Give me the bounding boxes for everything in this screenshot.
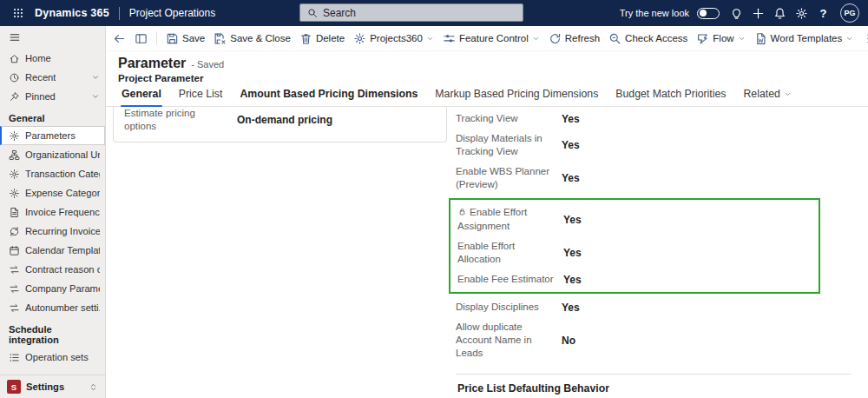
- field-value[interactable]: No: [562, 335, 575, 347]
- flow-button[interactable]: Flow: [693, 30, 748, 48]
- calendar-icon: [9, 245, 20, 256]
- field-value[interactable]: On-demand pricing: [237, 114, 332, 126]
- sidebar-item-autonumber-setti[interactable]: Autonumber setti...: [0, 298, 105, 317]
- field-enable-effort-allocation[interactable]: Enable Effort AllocationYes: [457, 236, 812, 269]
- field-allow-duplicate-account-name-in-leads[interactable]: Allow duplicate Account Name in LeadsNo: [456, 317, 857, 363]
- word-icon: [754, 32, 767, 45]
- field-enable-fee-estimator[interactable]: Enable Fee EstimatorYes: [457, 269, 812, 289]
- topbar-right: Try the new look ? PG: [620, 3, 859, 23]
- lightbulb-icon[interactable]: [727, 3, 746, 23]
- sidebar-item-contract-reason-c[interactable]: Contract reason c...: [0, 260, 105, 279]
- more-commands-button[interactable]: [858, 30, 868, 48]
- save-button[interactable]: Save: [162, 30, 208, 48]
- gear-icon: [9, 169, 20, 180]
- avatar[interactable]: PG: [840, 3, 859, 23]
- app-window: Dynamics 365 Project Operations Search T…: [0, 0, 868, 398]
- tab-amount-based-pricing-dimensions[interactable]: Amount Based Pricing Dimensions: [231, 88, 426, 106]
- gear-icon: [9, 130, 20, 142]
- sidebar-item-calendar-templates[interactable]: Calendar Templates: [0, 241, 105, 260]
- next-section-title: Price List Defaulting Behavior: [456, 375, 857, 395]
- field-enable-effort-assignment[interactable]: Enable Effort AssignmentYes: [457, 202, 812, 236]
- field-estimate-pricing-options[interactable]: Estimate pricing optionsOn-demand pricin…: [124, 107, 436, 138]
- field-display-materials-in-tracking-view[interactable]: Display Materials in Tracking ViewYes: [456, 129, 857, 162]
- divider: [119, 7, 120, 20]
- back-arrow-icon: [113, 32, 126, 45]
- chevron-down-icon: [845, 35, 853, 43]
- recurring-icon: [9, 226, 20, 237]
- sidebar-item-operation-sets[interactable]: Operation sets: [0, 348, 105, 367]
- sidebar-item-company-paramet[interactable]: Company Paramet...: [0, 279, 105, 298]
- field-label: Enable WBS Planner (Preview): [456, 165, 556, 191]
- projects360-button[interactable]: Projects360: [350, 30, 437, 48]
- tab-price-list[interactable]: Price List: [170, 88, 232, 106]
- refresh-button[interactable]: Refresh: [545, 30, 603, 48]
- form-right-column: Tracking ViewYesDisplay Materials in Tra…: [456, 107, 857, 398]
- sidebar-item-organizational-un[interactable]: Organizational Un...: [0, 145, 105, 164]
- lock-icon: [457, 207, 467, 220]
- home-icon: [9, 53, 20, 64]
- right-fields-bottom: Display DisciplinesYesAllow duplicate Ac…: [456, 297, 857, 363]
- right-fields-top: Tracking ViewYesDisplay Materials in Tra…: [456, 109, 857, 195]
- field-value[interactable]: Yes: [562, 302, 580, 314]
- help-icon[interactable]: ?: [814, 3, 832, 23]
- chevron-down-icon: [784, 90, 792, 98]
- form-content: Estimate pricing optionsOn-demand pricin…: [106, 107, 868, 398]
- field-enable-wbs-planner-preview[interactable]: Enable WBS Planner (Preview)Yes: [456, 162, 857, 195]
- tab-budget-match-priorities[interactable]: Budget Match Priorities: [607, 88, 734, 106]
- new-look-toggle[interactable]: [697, 8, 720, 19]
- delete-icon: [299, 32, 312, 45]
- refresh-icon: [549, 32, 562, 45]
- field-value[interactable]: Yes: [563, 214, 582, 226]
- flow-icon: [696, 32, 709, 45]
- sidebar-item-recent[interactable]: Recent: [0, 68, 105, 87]
- feature-control-button[interactable]: Feature Control: [439, 30, 543, 48]
- waffle-icon[interactable]: [9, 3, 28, 23]
- field-display-disciplines[interactable]: Display DisciplinesYes: [456, 297, 857, 317]
- area-name[interactable]: Project Operations: [129, 7, 215, 19]
- field-value[interactable]: Yes: [562, 139, 580, 151]
- field-label: Estimate pricing options: [124, 107, 225, 133]
- sidebar-item-expense-categories[interactable]: Expense Categories: [0, 183, 105, 202]
- sidebar-footer[interactable]: S Settings: [0, 375, 105, 398]
- word-templates-button[interactable]: Word Templates: [751, 30, 858, 48]
- global-search[interactable]: Search: [299, 3, 523, 22]
- sidebar-item-parameters[interactable]: Parameters: [0, 126, 105, 145]
- record-type-label: Project Parameter: [118, 73, 868, 83]
- tab-related[interactable]: Related: [734, 88, 799, 106]
- sidebar-item-home[interactable]: Home: [0, 49, 105, 68]
- gear-icon: [9, 188, 20, 199]
- form-switcher-button[interactable]: [131, 30, 151, 48]
- field-value[interactable]: Yes: [563, 274, 582, 286]
- list-icon: [9, 352, 20, 363]
- save-and-close-button[interactable]: Save & Close: [210, 30, 294, 48]
- sidebar: HomeRecentPinnedGeneralParametersOrganiz…: [0, 26, 106, 398]
- tab-strip: GeneralPrice ListAmount Based Pricing Di…: [106, 83, 868, 107]
- sidebar-item-pinned[interactable]: Pinned: [0, 87, 105, 106]
- sidebar-item-invoice-frequencies[interactable]: Invoice Frequencies: [0, 202, 105, 222]
- plus-icon[interactable]: [749, 3, 767, 23]
- bell-icon[interactable]: [771, 3, 789, 23]
- gear-icon[interactable]: [792, 3, 811, 23]
- field-value[interactable]: Yes: [563, 247, 582, 259]
- command-bar-items: SaveSave & CloseDeleteProjects360Feature…: [109, 30, 868, 48]
- field-tracking-view[interactable]: Tracking ViewYes: [456, 109, 857, 129]
- tab-markup-based-pricing-dimensions[interactable]: Markup Based Pricing Dimensions: [426, 88, 607, 106]
- sidebar-item-recurring-invoice[interactable]: Recurring Invoice ...: [0, 222, 105, 241]
- field-label: Enable Effort Assignment: [457, 206, 558, 233]
- delete-button[interactable]: Delete: [296, 30, 348, 48]
- new-look-label: Try the new look: [620, 8, 689, 18]
- field-value[interactable]: Yes: [562, 172, 580, 184]
- field-value[interactable]: Yes: [562, 113, 580, 125]
- tab-general[interactable]: General: [113, 88, 170, 106]
- check-access-button[interactable]: Check Access: [605, 30, 691, 48]
- sidebar-nav: HomeRecentPinnedGeneralParametersOrganiz…: [0, 49, 105, 367]
- sidebar-item-transaction-categ[interactable]: Transaction Categ...: [0, 164, 105, 183]
- left-card: Estimate pricing optionsOn-demand pricin…: [113, 107, 447, 143]
- hamburger-icon[interactable]: [0, 26, 105, 49]
- area-switcher-icon[interactable]: [89, 382, 98, 392]
- topbar-icon-tray: ?: [727, 3, 832, 23]
- search-placeholder: Search: [323, 7, 356, 19]
- back-button[interactable]: [109, 30, 129, 48]
- main-panel: SaveSave & CloseDeleteProjects360Feature…: [106, 26, 868, 398]
- field-label: Enable Fee Estimator: [457, 273, 558, 286]
